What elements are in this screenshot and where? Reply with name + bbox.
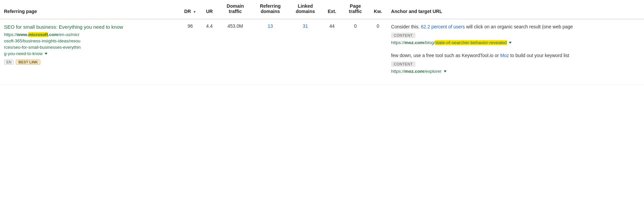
anchor-url-1-dropdown[interactable] [509,42,512,44]
referring-page-title-link[interactable]: SEO for small business: Everything you n… [4,23,176,30]
badges-row: EN BEST LINK [4,59,176,65]
url-dropdown-arrow[interactable] [45,53,47,55]
lang-badge: EN [4,59,14,65]
dr-value: 96 [188,23,193,29]
anchor-section-2: few down, use a free tool such as Keywor… [391,52,640,75]
linked-domains-cell: 31 [289,19,322,85]
domain-traffic-value: 453.0M [228,23,243,29]
linked-domains-value[interactable]: 31 [303,23,308,29]
th-page-traffic: Pagetraffic [342,0,369,19]
page-traffic-cell: 0 [342,19,369,85]
anchor-url-1: https://moz.com/blog/state-of-searcher-b… [391,39,640,46]
referring-domains-value[interactable]: 13 [268,23,273,29]
anchor-text-1: Consider this. 62.2 percent of users wil… [391,23,640,30]
kw-cell: 0 [369,19,387,85]
content-badge-1: CONTENT [391,33,415,38]
ext-cell: 44 [322,19,342,85]
th-linked-domains: Linkeddomains [289,0,322,19]
best-link-badge: BEST LINK [16,59,40,65]
anchor-url-2-dropdown[interactable] [444,70,446,72]
anchor-section-1: Consider this. 62.2 percent of users wil… [391,23,640,46]
referring-domains-cell: 13 [252,19,289,85]
ur-value: 4.4 [206,23,213,29]
table-row: SEO for small business: Everything you n… [0,19,644,85]
referring-page-url: https://www.microsoft.com/en-us/micr oso… [4,32,176,57]
th-referring-page: Referring page [0,0,180,19]
th-kw: Kw. [369,0,387,19]
th-anchor-url: Anchor and target URL [387,0,644,19]
page-traffic-value: 0 [354,23,357,29]
domain-traffic-cell: 453.0M [219,19,252,85]
th-domain-traffic: Domaintraffic [219,0,252,19]
ext-value: 44 [329,23,335,29]
backlinks-table: Referring page DR ▼ UR Domaintraffic Ref… [0,0,644,85]
anchor-url-2: https://moz.com/explorer [391,68,640,75]
th-ur: UR [200,0,219,19]
backlinks-table-container: Referring page DR ▼ UR Domaintraffic Ref… [0,0,644,215]
th-referring-domains: Referringdomains [252,0,289,19]
th-dr[interactable]: DR ▼ [180,0,200,19]
ur-cell: 4.4 [200,19,219,85]
anchor-url-cell: Consider this. 62.2 percent of users wil… [387,19,644,85]
anchor-link-1[interactable]: 62.2 percent of users [421,24,465,29]
content-badge-2: CONTENT [391,61,415,67]
kw-value: 0 [377,23,379,29]
sort-desc-icon: ▼ [193,10,196,14]
anchor-text-2: few down, use a free tool such as Keywor… [391,52,640,59]
anchor-link-2[interactable]: Moz [500,53,509,58]
th-ext: Ext. [322,0,342,19]
referring-page-cell: SEO for small business: Everything you n… [0,19,180,85]
dr-cell: 96 [180,19,200,85]
